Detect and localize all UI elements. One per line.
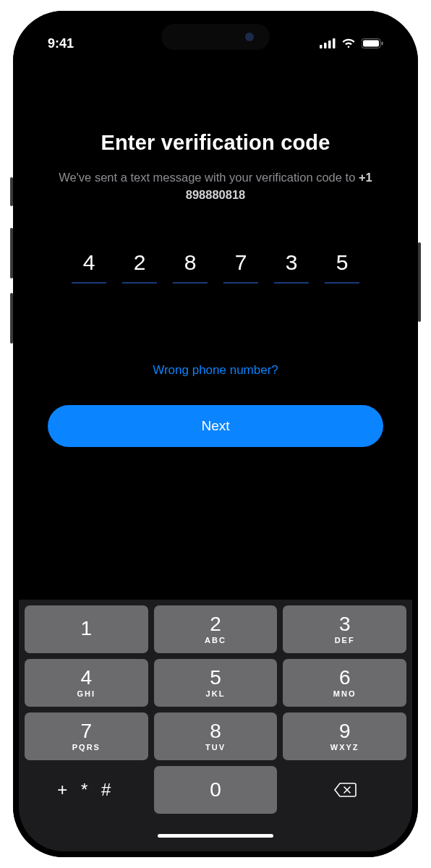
subtitle-text: We've sent a text message with your veri… — [59, 171, 359, 184]
battery-icon — [362, 38, 383, 48]
keypad-key-backspace[interactable] — [283, 766, 406, 814]
subtitle: We've sent a text message with your veri… — [48, 169, 383, 204]
code-digit-5[interactable]: 3 — [274, 250, 309, 284]
volume-up-button — [10, 228, 13, 278]
svg-rect-2 — [328, 41, 331, 48]
code-digit-3[interactable]: 8 — [173, 250, 208, 284]
volume-down-button — [10, 293, 13, 344]
svg-rect-3 — [333, 38, 336, 48]
svg-rect-0 — [320, 45, 323, 48]
mute-switch — [10, 177, 13, 206]
page-title: Enter verification code — [48, 131, 383, 155]
code-digit-1[interactable]: 4 — [72, 250, 106, 284]
keypad-key-8[interactable]: 8TUV — [154, 712, 278, 760]
status-time: 9:41 — [48, 36, 74, 51]
numeric-keypad: 1 2ABC 3DEF 4GHI 5JKL 6MNO 7PQRS 8TUV 9W… — [19, 600, 412, 820]
keypad-key-2[interactable]: 2ABC — [154, 605, 278, 653]
keypad-key-9[interactable]: 9WXYZ — [283, 712, 406, 760]
power-button — [418, 242, 421, 322]
keypad-key-1[interactable]: 1 — [25, 605, 148, 653]
code-digit-6[interactable]: 5 — [325, 250, 359, 284]
svg-rect-1 — [324, 43, 327, 48]
next-button[interactable]: Next — [48, 405, 383, 447]
home-indicator[interactable] — [19, 820, 412, 851]
keypad-key-symbols[interactable]: + * # — [25, 766, 148, 814]
backspace-icon — [333, 781, 357, 799]
code-input-row[interactable]: 4 2 8 7 3 5 — [48, 250, 383, 284]
keypad-key-7[interactable]: 7PQRS — [25, 712, 148, 760]
wifi-icon — [341, 38, 356, 48]
keypad-key-6[interactable]: 6MNO — [283, 659, 406, 707]
keypad-key-5[interactable]: 5JKL — [154, 659, 278, 707]
code-digit-4[interactable]: 7 — [223, 250, 258, 284]
svg-rect-6 — [382, 42, 383, 46]
svg-rect-5 — [363, 41, 379, 47]
code-digit-2[interactable]: 2 — [122, 250, 157, 284]
cellular-icon — [320, 38, 336, 48]
keypad-key-3[interactable]: 3DEF — [283, 605, 406, 653]
keypad-key-4[interactable]: 4GHI — [25, 659, 148, 707]
phone-device-frame: 9:41 Enter verification code We've sent … — [13, 11, 418, 857]
wrong-number-link[interactable]: Wrong phone number? — [48, 363, 383, 378]
dynamic-island — [161, 24, 270, 50]
keypad-key-0[interactable]: 0 — [154, 766, 278, 814]
